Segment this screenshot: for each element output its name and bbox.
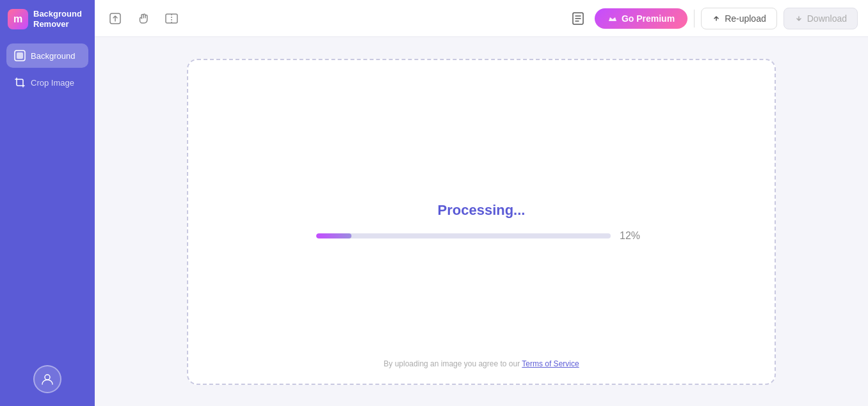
canvas-container: Processing... 12% By uploading an image … <box>187 59 776 385</box>
background-nav-icon <box>14 50 26 61</box>
toolbar: Go Premium Re-upload Download <box>95 0 868 37</box>
progress-bar-fill <box>316 233 351 238</box>
compare-icon <box>165 12 179 26</box>
sidebar-nav: Background Crop Image <box>0 38 95 100</box>
user-avatar-button[interactable] <box>33 365 61 393</box>
notes-button[interactable] <box>568 8 588 29</box>
app-logo: m Background Remover <box>0 0 95 38</box>
toolbar-divider <box>694 10 695 27</box>
compare-tool-button[interactable] <box>161 8 182 29</box>
upload-icon <box>108 12 122 26</box>
sidebar: m Background Remover Background Crop <box>0 0 95 406</box>
sidebar-item-background[interactable]: Background <box>6 43 88 68</box>
crown-icon <box>607 13 618 24</box>
reupload-button[interactable]: Re-upload <box>701 8 777 29</box>
svg-point-2 <box>45 375 50 380</box>
progress-row: 12% <box>316 230 647 242</box>
background-nav-label: Background <box>31 51 75 61</box>
sidebar-bottom <box>33 365 61 393</box>
go-premium-label: Go Premium <box>622 13 675 24</box>
toolbar-right: Go Premium Re-upload Download <box>568 8 858 29</box>
progress-bar-track <box>316 233 611 238</box>
reupload-label: Re-upload <box>725 13 766 24</box>
terms-text: By uploading an image you agree to our T… <box>383 359 579 368</box>
upload-tool-button[interactable] <box>105 8 125 29</box>
toolbar-icons <box>105 8 182 29</box>
processing-title: Processing... <box>438 202 526 219</box>
download-button[interactable]: Download <box>784 8 858 29</box>
crop-nav-icon <box>14 77 26 88</box>
reupload-icon <box>712 14 721 23</box>
main-content: Go Premium Re-upload Download Processing… <box>95 0 868 406</box>
crop-nav-label: Crop Image <box>31 78 74 88</box>
app-title: Background Remover <box>33 9 82 29</box>
notes-icon <box>570 11 586 26</box>
svg-rect-4 <box>166 14 177 23</box>
canvas-area: Processing... 12% By uploading an image … <box>95 37 868 406</box>
download-icon <box>794 14 803 23</box>
download-label: Download <box>807 13 847 24</box>
go-premium-button[interactable]: Go Premium <box>595 8 687 29</box>
svg-rect-1 <box>17 52 23 59</box>
sidebar-item-crop-image[interactable]: Crop Image <box>6 70 88 95</box>
hand-icon <box>136 12 150 26</box>
user-icon <box>40 372 54 386</box>
terms-link[interactable]: Terms of Service <box>522 359 579 368</box>
terms-prefix: By uploading an image you agree to our <box>383 359 522 368</box>
logo-icon: m <box>8 9 28 29</box>
processing-content: Processing... 12% <box>316 202 647 242</box>
hand-tool-button[interactable] <box>133 8 154 29</box>
progress-percent: 12% <box>620 230 647 242</box>
